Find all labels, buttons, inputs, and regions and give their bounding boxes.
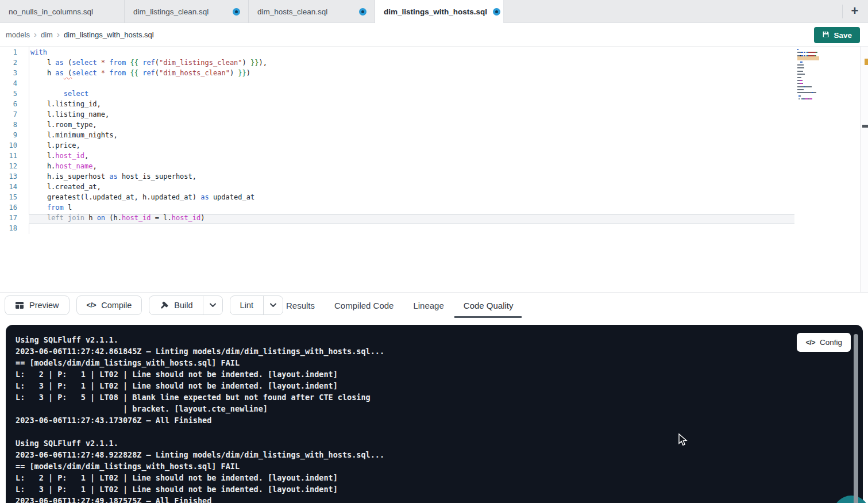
terminal-line [16,426,863,437]
line-number: 9 [0,131,29,141]
minimap-rows [797,49,819,103]
terminal-line: 2023-06-06T11:27:42.861845Z — Linting mo… [16,345,863,357]
line-number: 4 [0,79,29,90]
mouse-cursor [677,433,688,447]
line-number: 12 [0,162,29,172]
minimap[interactable] [797,49,819,118]
code-icon: </> [87,301,97,309]
save-button-label: Save [834,31,852,40]
code-line-5[interactable]: select [29,90,794,100]
config-button-label: Config [820,338,842,347]
line-number-gutter: 123456789101112131415161718 [0,48,29,235]
tab-no-nulls-in-columns-sql[interactable]: no_nulls_in_columns.sql [0,0,125,23]
code-line-2[interactable]: l as (select * from {{ ref("dim_listings… [29,59,794,69]
code-line-16[interactable]: from l [29,203,794,214]
breadcrumb-separator-icon: › [57,29,60,39]
terminal-line: == [models/dim/dim_listings_with_hosts.s… [16,357,863,368]
code-line-4[interactable] [29,79,794,90]
tab-dim-hosts-clean-sql[interactable]: dim_hosts_clean.sql [249,0,375,23]
terminal-line: Using SQLFluff v2.1.1. [16,334,863,345]
tab-bar-divider [842,5,843,18]
build-button-label: Build [174,301,192,310]
chevron-down-icon [209,303,217,308]
tab-dim-listings-with-hosts-sql[interactable]: dim_listings_with_hosts.sql [375,0,504,23]
tab-label: no_nulls_in_columns.sql [9,7,93,16]
code-line-14[interactable]: l.created_at, [29,183,794,193]
line-number: 6 [0,100,29,110]
breadcrumb-separator-icon: › [34,29,37,39]
chevron-down-icon [269,303,277,308]
tab-dim-listings-clean-sql[interactable]: dim_listings_clean.sql [125,0,249,23]
action-toolbar: Preview</>CompileBuildLint ResultsCompil… [0,292,868,317]
terminal-line: 2023-06-06T11:27:43.173076Z — All Finish… [16,414,863,426]
terminal-scrollbar-thumb[interactable] [854,334,858,503]
line-number: 11 [0,152,29,162]
tab-label: dim_listings_clean.sql [133,7,209,16]
tab-label: dim_hosts_clean.sql [257,7,327,16]
panel-tab-compiled-code[interactable]: Compiled Code [333,293,395,318]
code-line-13[interactable]: h.is_superhost as host_is_superhost, [29,172,794,183]
line-number: 16 [0,203,29,214]
terminal-line: == [models/dim/dim_listings_with_hosts.s… [16,460,863,472]
breadcrumb-item-dim[interactable]: dim [41,30,53,39]
code-line-8[interactable]: l.room_type, [29,121,794,131]
compile-button-group: </>Compile [76,295,142,315]
new-tab-button[interactable]: + [847,3,863,19]
code-line-11[interactable]: l.host_id, [29,152,794,162]
tab-label: dim_listings_with_hosts.sql [384,7,487,16]
code-line-18[interactable] [29,224,794,235]
line-number: 17 [0,214,29,224]
compile-button[interactable]: </>Compile [77,296,142,314]
terminal-line: Using SQLFluff v2.1.1. [16,437,863,449]
code-line-10[interactable]: l.price, [29,141,794,152]
code-line-1[interactable]: with [29,48,794,59]
terminal-line: L: 3 | P: 1 | LT02 | Line should not be … [16,483,863,495]
code-line-6[interactable]: l.listing_id, [29,100,794,110]
action-buttons: Preview</>CompileBuildLint [5,295,283,315]
code-line-17[interactable]: left join h on (h.host_id = l.host_id) [29,214,794,224]
code-content[interactable]: with l as (select * from {{ ref("dim_lis… [29,48,794,235]
line-number: 1 [0,48,29,59]
terminal-line: L: 2 | P: 1 | LT02 | Line should not be … [16,472,863,483]
lint-button-label: Lint [240,301,253,310]
lint-button[interactable]: Lint [230,296,263,314]
breadcrumb-item-models[interactable]: models [6,30,30,39]
breadcrumb-item-dim-listings-with-hosts-sql[interactable]: dim_listings_with_hosts.sql [64,30,154,39]
code-line-12[interactable]: h.host_name, [29,162,794,172]
panel-tabs: ResultsCompiled CodeLineageCode Quality [285,293,515,318]
line-number: 2 [0,59,29,69]
code-line-3[interactable]: h as (select * from {{ ref("dim_hosts_cl… [29,69,794,79]
line-number: 13 [0,172,29,183]
build-button[interactable]: Build [149,296,202,314]
panel-tab-lineage[interactable]: Lineage [412,293,445,318]
table-icon [15,301,24,310]
config-button[interactable]: </> Config [797,333,851,352]
save-button[interactable]: Save [814,27,860,43]
lint-warning-marker [865,59,868,65]
panel-tab-results[interactable]: Results [285,293,316,318]
editor-scrollbar[interactable] [860,47,868,292]
compile-button-label: Compile [101,301,132,310]
tab-bar: no_nulls_in_columns.sqldim_listings_clea… [0,0,868,23]
lint-dropdown-button[interactable] [263,296,283,314]
terminal-output: Using SQLFluff v2.1.1.2023-06-06T11:27:4… [16,334,863,503]
preview-button[interactable]: Preview [5,296,69,314]
code-editor[interactable]: 123456789101112131415161718 with l as (s… [0,47,868,292]
build-dropdown-button[interactable] [203,296,222,314]
code-line-7[interactable]: l.listing_name, [29,110,794,121]
panel-tab-code-quality[interactable]: Code Quality [462,293,515,318]
code-line-15[interactable]: greatest(l.updated_at, h.updated_at) as … [29,193,794,203]
line-number: 5 [0,90,29,100]
terminal-line: L: 3 | P: 5 | LT08 | Blank line expected… [16,391,863,403]
line-number: 15 [0,193,29,203]
code-icon: </> [805,339,815,347]
terminal-panel[interactable]: Using SQLFluff v2.1.1.2023-06-06T11:27:4… [6,325,863,503]
terminal-line: 2023-06-06T11:27:48.922828Z — Linting mo… [16,449,863,460]
line-number: 10 [0,141,29,152]
modified-indicator-icon [359,8,367,16]
terminal-line: | bracket. [layout.cte_newline] [16,403,863,414]
preview-button-label: Preview [29,301,59,310]
code-line-9[interactable]: l.minimum_nights, [29,131,794,141]
file-header-bar: models›dim›dim_listings_with_hosts.sql S… [0,23,868,47]
line-number: 18 [0,224,29,235]
